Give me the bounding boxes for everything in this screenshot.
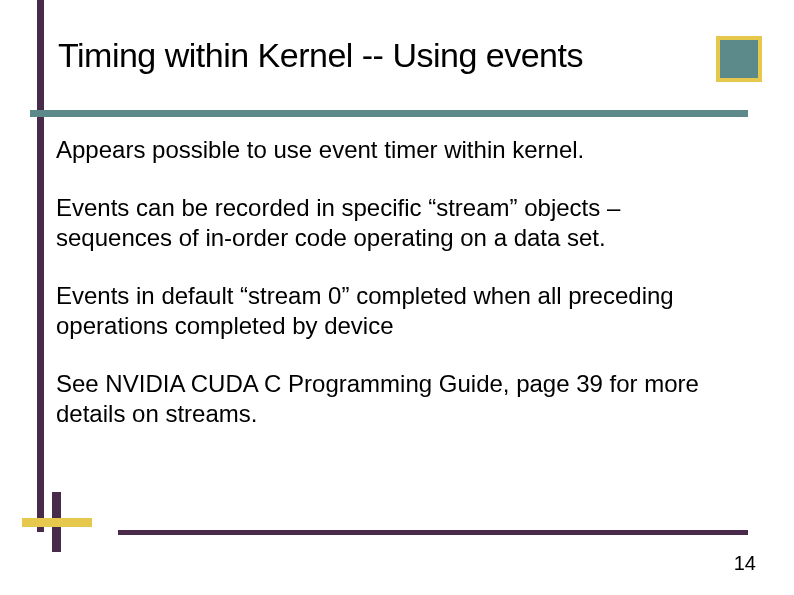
bottom-horizontal-rule [118,530,748,535]
slide: Timing within Kernel -- Using events App… [0,0,794,595]
body-paragraph: Events can be recorded in specific “stre… [56,193,736,253]
slide-title: Timing within Kernel -- Using events [58,36,583,75]
cross-horizontal-bar [22,518,92,527]
body-paragraph: Appears possible to use event timer with… [56,135,736,165]
slide-body: Appears possible to use event timer with… [56,135,736,457]
body-paragraph: See NVIDIA CUDA C Programming Guide, pag… [56,369,736,429]
title-underline [30,110,748,117]
body-paragraph: Events in default “stream 0” completed w… [56,281,736,341]
corner-decorative-square [716,36,762,82]
page-number: 14 [734,552,756,575]
left-vertical-bar [37,0,44,532]
